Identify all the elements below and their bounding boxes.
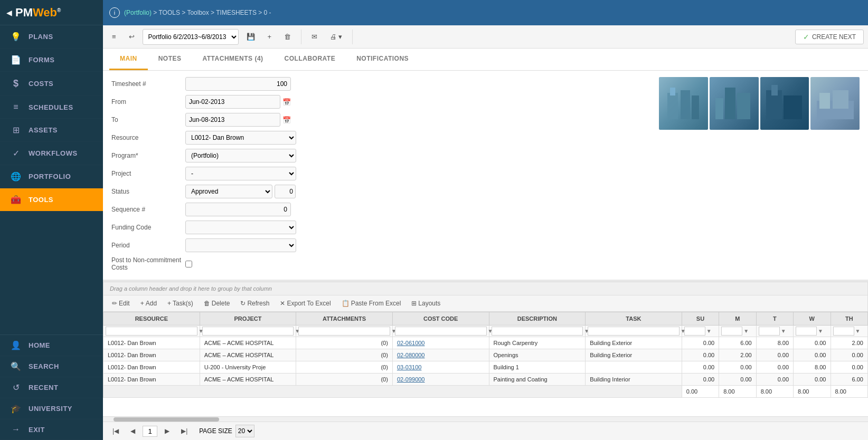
sidebar-item-search[interactable]: 🔍 SEARCH xyxy=(0,356,103,377)
filter-su[interactable] xyxy=(684,327,705,336)
form-with-images: Timesheet # From 📅 To 📅 Resource xyxy=(111,77,860,275)
col-project[interactable]: PROJECT xyxy=(200,312,296,326)
sidebar-item-university[interactable]: 🎓 UNIVERSITY xyxy=(0,398,103,419)
totals-row: 0.00 8.00 8.00 8.00 8.00 xyxy=(103,386,868,398)
sequence-input[interactable] xyxy=(185,203,291,216)
refresh-button[interactable]: ↻ Refresh xyxy=(236,298,273,309)
tab-collaborate[interactable]: COLLABORATE xyxy=(274,49,346,70)
save-button[interactable]: 💾 xyxy=(242,30,260,43)
from-input[interactable] xyxy=(185,95,280,109)
filter-task[interactable] xyxy=(588,327,680,336)
tab-main[interactable]: MAIN xyxy=(109,49,148,70)
col-task[interactable]: TASK xyxy=(586,312,682,326)
filter-w[interactable] xyxy=(796,327,817,336)
sidebar-item-exit[interactable]: → EXIT xyxy=(0,419,103,440)
col-attachments[interactable]: ATTACHMENTS xyxy=(296,312,393,326)
filter-th[interactable] xyxy=(833,327,854,336)
project-image-2 xyxy=(710,77,759,130)
sidebar-item-schedules[interactable]: ≡ SCHEDULES xyxy=(0,96,103,119)
breadcrumb: (Portfolio) > TOOLS > Toolbox > TIMESHEE… xyxy=(124,9,271,16)
tasks-button[interactable]: + Task(s) xyxy=(163,298,197,309)
print-icon: 🖨 xyxy=(330,33,337,41)
add-button[interactable]: + xyxy=(263,30,277,43)
col-m[interactable]: M xyxy=(719,312,756,326)
funding-select[interactable] xyxy=(185,221,296,234)
period-select-field[interactable] xyxy=(185,238,296,252)
print-button[interactable]: 🖨 ▾ xyxy=(325,30,347,43)
sidebar-item-plans[interactable]: 💡 PLANS xyxy=(0,25,103,49)
info-icon[interactable]: i xyxy=(109,7,120,18)
filter-project[interactable] xyxy=(202,327,294,336)
sidebar-item-assets[interactable]: ⊞ ASSETS xyxy=(0,119,103,142)
breadcrumb-portfolio[interactable]: (Portfolio) xyxy=(124,9,152,16)
filter-m[interactable] xyxy=(721,327,742,336)
export-excel-button[interactable]: ✕ Export To Excel xyxy=(276,298,335,309)
program-select[interactable]: (Portfolio) xyxy=(185,149,296,162)
filter-cost-code[interactable] xyxy=(395,327,487,336)
sidebar-item-recent[interactable]: ↺ RECENT xyxy=(0,377,103,398)
col-su[interactable]: SU xyxy=(682,312,719,326)
prev-page-button[interactable]: ◀ xyxy=(126,426,139,436)
table-body: L0012- Dan Brown ACME – ACME HOSPITAL (0… xyxy=(103,337,868,386)
from-calendar-icon[interactable]: 📅 xyxy=(282,98,291,106)
filter-m-icon[interactable]: ▼ xyxy=(743,328,749,334)
resource-select[interactable]: L0012- Dan Brown xyxy=(185,131,296,145)
col-resource[interactable]: RESOURCE xyxy=(103,312,200,326)
col-description[interactable]: DESCRIPTION xyxy=(489,312,586,326)
horizontal-scrollbar[interactable] xyxy=(103,416,868,422)
filter-t-icon[interactable]: ▼ xyxy=(781,328,786,334)
sidebar-item-forms[interactable]: 📄 FORMS xyxy=(0,49,103,72)
collapse-arrow[interactable]: ◀ xyxy=(6,8,12,17)
status-num-input[interactable] xyxy=(275,185,296,198)
delete-row-button[interactable]: 🗑 Delete xyxy=(200,298,234,309)
cost-code-link[interactable]: 02-099000 xyxy=(397,376,425,382)
filter-t[interactable] xyxy=(759,327,780,336)
undo-button[interactable]: ↩ xyxy=(124,30,139,43)
next-page-button[interactable]: ▶ xyxy=(161,426,174,436)
filter-attachments[interactable] xyxy=(298,327,390,336)
add-row-button[interactable]: + Add xyxy=(136,298,161,309)
sidebar-item-home[interactable]: 👤 HOME xyxy=(0,335,103,356)
col-th[interactable]: TH xyxy=(831,312,868,326)
page-number-input[interactable] xyxy=(143,426,157,437)
timesheet-input[interactable] xyxy=(185,77,291,91)
create-next-button[interactable]: ✓ CREATE NEXT xyxy=(795,30,864,44)
tab-notifications[interactable]: NOTIFICATIONS xyxy=(346,49,419,70)
last-page-button[interactable]: ▶| xyxy=(177,426,192,436)
to-input[interactable] xyxy=(185,113,280,127)
to-calendar-icon[interactable]: 📅 xyxy=(282,116,291,124)
sidebar-item-portfolio[interactable]: 🌐 PORTFOLIO xyxy=(0,165,103,188)
filter-th-icon[interactable]: ▼ xyxy=(855,328,861,334)
col-cost-code[interactable]: COST CODE xyxy=(392,312,489,326)
sidebar-item-tools[interactable]: 🧰 TOOLS xyxy=(0,188,103,212)
cost-code-link[interactable]: 03-03100 xyxy=(397,364,422,370)
filter-resource[interactable] xyxy=(106,327,197,336)
tab-attachments[interactable]: ATTACHMENTS (4) xyxy=(192,49,274,70)
sidebar-item-costs[interactable]: $ COSTS xyxy=(0,72,103,96)
table-scroll-area[interactable]: RESOURCE PROJECT ATTACHMENTS COST CODE D… xyxy=(103,312,868,416)
status-select[interactable]: Approved xyxy=(185,185,272,198)
page-size-select[interactable]: 20 xyxy=(235,425,254,437)
col-t[interactable]: T xyxy=(756,312,793,326)
cost-code-link[interactable]: 02-061000 xyxy=(397,340,425,346)
logo-registered: ® xyxy=(57,7,61,13)
list-view-button[interactable]: ≡ xyxy=(107,30,121,43)
filter-w-icon[interactable]: ▼ xyxy=(818,328,823,334)
filter-description[interactable] xyxy=(492,327,583,336)
paste-excel-button[interactable]: 📋 Paste From Excel xyxy=(337,298,405,309)
post-checkbox[interactable] xyxy=(185,261,192,267)
cost-code-link[interactable]: 02-080000 xyxy=(397,352,425,358)
layouts-button[interactable]: ⊞ Layouts xyxy=(407,298,445,309)
first-page-button[interactable]: |◀ xyxy=(108,426,123,436)
edit-button[interactable]: ✏ Edit xyxy=(108,298,134,309)
sidebar-item-workflows[interactable]: ✓ WORKFLOWS xyxy=(0,142,103,165)
cell-w: 0.00 xyxy=(794,349,831,361)
tab-notes[interactable]: NOTES xyxy=(148,49,192,70)
scrollbar-thumb[interactable] xyxy=(114,417,219,422)
delete-button[interactable]: 🗑 xyxy=(279,30,296,43)
project-select[interactable]: - xyxy=(185,167,296,180)
filter-su-icon[interactable]: ▼ xyxy=(706,328,712,334)
col-w[interactable]: W xyxy=(794,312,831,326)
email-button[interactable]: ✉ xyxy=(307,30,322,43)
period-select[interactable]: Portfolio 6/2/2013~6/8/2013 xyxy=(143,29,239,45)
